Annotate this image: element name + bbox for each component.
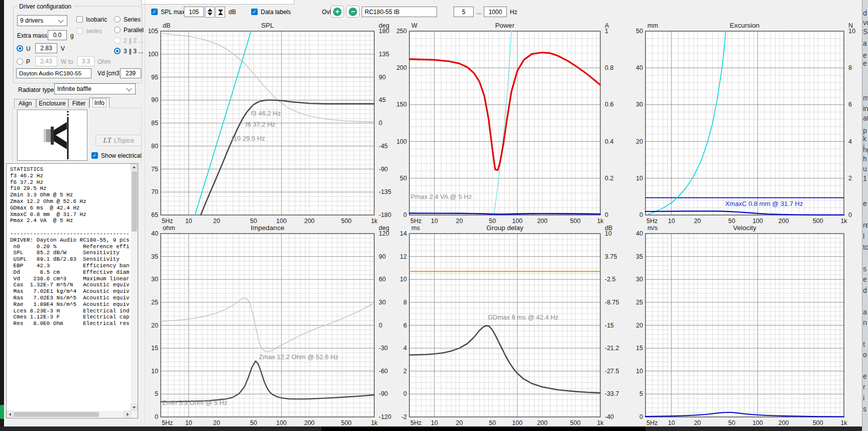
tick-label: 30 (636, 101, 643, 108)
spl-unit-right: deg (379, 22, 389, 29)
tick-label: 75 (151, 166, 158, 173)
tick-label: 100 (149, 51, 158, 58)
extra-mass-input[interactable]: 0.0 (48, 30, 67, 40)
tick-label: 135 (379, 51, 389, 58)
vel-chart: 40353025201510505Hz1020501002005001kVelo… (636, 224, 847, 426)
tick-label: 250 (396, 28, 407, 35)
spl-data-label: f3 46.2 Hz (251, 110, 281, 117)
tab-enclosure[interactable]: Enclosure (36, 99, 68, 108)
background-text-fragment: a (863, 39, 867, 47)
tick-label: 2 (403, 368, 407, 375)
ltspice-button: LT LTspice (95, 135, 142, 146)
isobaric-checkbox[interactable] (76, 16, 83, 23)
tick-label: 100 (752, 218, 763, 225)
parallel-radio[interactable] (114, 27, 121, 33)
scroll-down-button[interactable] (131, 404, 137, 410)
tick-label: 100 (752, 419, 763, 426)
vd-input[interactable]: 239 (120, 68, 141, 78)
tick-label: -90 (379, 166, 388, 173)
power-unit-left: W (411, 22, 417, 29)
scroll-left-button[interactable] (7, 411, 13, 417)
spl-title: SPL (261, 22, 274, 29)
scroll-up-button[interactable] (131, 164, 137, 170)
radiator-type-select[interactable]: Infinite baffle (54, 83, 136, 94)
gd-unit-left: ms (411, 225, 420, 232)
show-electrical-label: Show electrical (101, 152, 142, 159)
tick-label: 0 (639, 211, 643, 219)
tick-label: -27.5 (605, 368, 619, 375)
tick-label: 40 (636, 64, 643, 71)
tick-label: -2.5 (605, 276, 616, 283)
tick-label: 25 (151, 299, 158, 306)
tick-label: 30 (636, 276, 643, 283)
two-parallel-label: 2 ∥ 2 ... (124, 37, 143, 44)
parallel-label: Parallel (124, 27, 144, 34)
background-text-fragment: 1 (863, 174, 867, 182)
tick-label: 10 (185, 218, 192, 225)
series-checkbox (76, 28, 83, 34)
series-radio[interactable] (114, 16, 121, 23)
tick-label: 14 (400, 230, 407, 237)
tick-label: 50 (400, 175, 407, 182)
background-text-fragment: at (863, 114, 868, 122)
two-parallel-radio (114, 37, 121, 44)
exc-title: Excursion (730, 22, 759, 29)
background-page-strip: dvoS-aeeminatpk inghu1ereltosedantoeris (862, 0, 868, 431)
tick-label: 85 (151, 120, 158, 127)
power-input: 2.43 (35, 56, 57, 66)
ltspice-logo-icon: LT (103, 137, 112, 145)
scroll-right-button[interactable] (124, 411, 131, 417)
three-parallel-radio[interactable] (114, 48, 121, 54)
driver-name-input[interactable]: Dayton Audio RC180-55 (16, 68, 91, 78)
tick-label: 3.75 (605, 253, 617, 260)
tick-label: 8 (403, 299, 407, 306)
voltage-input[interactable]: 2.83 (35, 43, 57, 53)
tick-label: 200 (304, 419, 314, 426)
power-chart: 25020015010050010.80.60.40.205Hz10205010… (396, 22, 613, 225)
arrow-left-icon (8, 412, 12, 416)
tick-label: 20 (456, 218, 463, 225)
vd-label: Vd [cm3] (97, 70, 121, 77)
tick-label: 30 (379, 299, 386, 306)
tick-label: 1k (371, 218, 378, 225)
voltage-radio[interactable] (17, 45, 23, 52)
volt-label: V (61, 45, 65, 52)
tick-label: 5Hz (646, 218, 658, 225)
vscroll-thumb[interactable] (132, 171, 137, 232)
tick-label: -30 (379, 345, 388, 352)
tab-info[interactable]: Info (89, 97, 110, 108)
tick-label: 0 (848, 211, 852, 219)
tick-label: 0 (639, 413, 643, 420)
tick-label: 10 (431, 419, 438, 426)
tick-label: 10 (668, 218, 675, 225)
drivers-count-select[interactable]: 9 drivers (17, 15, 67, 26)
background-text-fragment: re (863, 221, 868, 229)
tick-label: 5 (155, 390, 158, 397)
tab-align[interactable]: Align (14, 99, 36, 108)
tick-label: 0 (605, 211, 608, 219)
tick-label: 500 (813, 218, 823, 225)
power-radio[interactable] (17, 58, 23, 65)
tick-label: 5Hz (646, 419, 658, 426)
series-label: Series (124, 16, 141, 23)
tick-label: -60 (379, 368, 388, 375)
tick-label: 12 (400, 253, 407, 260)
tick-label: 10 (400, 276, 407, 283)
tick-label: 65 (151, 211, 158, 219)
series-small-label: series (86, 28, 102, 35)
hscroll-thumb[interactable] (14, 412, 99, 417)
background-text-fragment: d (863, 286, 867, 294)
tick-label: 1k (597, 419, 604, 426)
show-electrical-checkbox[interactable] (91, 152, 98, 159)
tick-label: 35 (636, 253, 643, 260)
panel-separator (145, 0, 145, 426)
background-text-fragment: s (863, 265, 866, 273)
tick-label: 0 (403, 390, 407, 397)
gram-label: g (70, 32, 74, 39)
background-text-fragment: ng (863, 146, 868, 154)
tick-label: 20 (213, 218, 220, 225)
tick-label: 70 (151, 188, 158, 195)
tab-filter[interactable]: Filter (68, 99, 89, 108)
tick-label: 0.6 (605, 101, 613, 108)
background-text-fragment: m (863, 94, 868, 102)
